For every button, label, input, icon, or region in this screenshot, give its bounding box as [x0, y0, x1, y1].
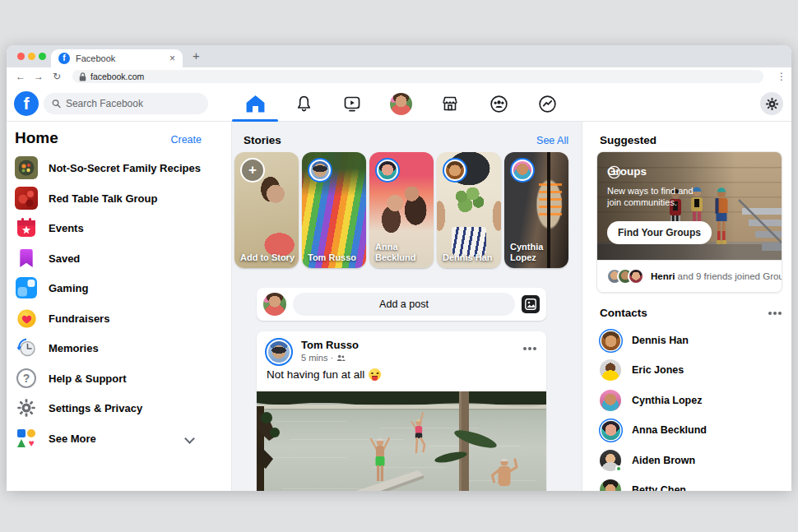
contact-betty-chen[interactable]: Betty Chen [600, 477, 785, 491]
contact-eric-jones[interactable]: Eric Jones [600, 357, 785, 383]
search-input[interactable] [66, 98, 200, 109]
contact-avatar [600, 359, 621, 381]
url-bar[interactable]: facebook.com [72, 70, 763, 83]
zoom-window-button[interactable] [39, 53, 46, 60]
notifications-bell-icon[interactable] [285, 88, 322, 119]
find-your-groups-button[interactable]: Find Your Groups [607, 221, 712, 244]
contacts-title: Contacts [600, 307, 647, 319]
contact-dennis-han[interactable]: Dennis Han [600, 327, 785, 354]
close-tab-icon[interactable]: × [169, 53, 175, 64]
feed-post: Tom Russo 5 mins · Not having fun at all [257, 331, 546, 491]
post-composer: Add a post [257, 288, 546, 321]
question-circle-icon: ? [15, 367, 38, 390]
sidebar-item-see-more[interactable]: ♥ See More [15, 426, 225, 451]
contact-name: Dennis Han [632, 335, 689, 346]
add-story-plus-icon[interactable]: + [240, 158, 265, 183]
contact-cynthia-lopez[interactable]: Cynthia Lopez [600, 387, 785, 414]
avatar [628, 268, 644, 285]
sidebar-item-label: Fundraisers [49, 312, 109, 325]
story-label: Add to Story [240, 252, 295, 263]
suggested-groups-card: Groups New ways to find and join communi… [596, 151, 782, 293]
post-photo-lake-jumpers[interactable] [257, 391, 546, 491]
story-avatar [443, 158, 467, 183]
story-label: Cynthia Lopez [510, 242, 564, 263]
post-more-options-icon[interactable] [528, 347, 531, 350]
forward-icon[interactable]: → [30, 71, 48, 82]
page-title: Home [15, 129, 58, 147]
contact-name: Eric Jones [632, 364, 684, 376]
sidebar-item-recipes-group[interactable]: Not-So-Secret Family Recipes [15, 155, 225, 180]
composer-avatar[interactable] [263, 293, 286, 316]
bookmark-icon [15, 247, 38, 270]
messenger-icon[interactable] [529, 88, 565, 119]
close-window-button[interactable] [17, 53, 25, 60]
browser-window: f Facebook × + ← → ↻ facebook.com ⋮ f [7, 45, 791, 491]
profile-photo [390, 93, 412, 115]
sidebar-item-label: See More [49, 433, 96, 445]
back-icon[interactable]: ← [12, 71, 30, 82]
post-author-avatar[interactable] [265, 338, 293, 366]
sidebar-item-settings-privacy[interactable]: Settings & Privacy [15, 396, 225, 420]
contacts-options-icon[interactable] [773, 312, 777, 315]
lock-icon [79, 72, 86, 81]
groups-icon[interactable] [480, 88, 517, 119]
browser-address-bar: ← → ↻ facebook.com ⋮ [7, 67, 791, 86]
story-card-anna-becklund[interactable]: Anna Becklund [369, 152, 434, 268]
sidebar-item-red-table-group[interactable]: Red Table Talk Group [15, 186, 225, 210]
post-author-name[interactable]: Tom Russo [301, 339, 359, 351]
facebook-logo[interactable]: f [14, 91, 39, 116]
contact-avatar [600, 450, 621, 471]
gear-icon [15, 396, 38, 419]
browser-tab-strip: f Facebook × + [7, 45, 791, 67]
sidebar-item-label: Saved [49, 252, 80, 265]
group-photo-red-table-icon [15, 187, 38, 210]
sidebar-item-gaming[interactable]: Gaming [15, 275, 225, 300]
profile-avatar[interactable] [383, 88, 419, 119]
sidebar-item-events[interactable]: Events [15, 215, 225, 240]
sidebar-item-saved[interactable]: Saved [15, 246, 225, 271]
sidebar-item-label: Memories [49, 342, 99, 354]
reload-icon[interactable]: ↻ [48, 71, 66, 82]
desktop: { "browser": { "tab_title": "Facebook", … [0, 0, 798, 532]
stories-title: Stories [244, 134, 281, 146]
contact-aiden-brown[interactable]: Aiden Brown [600, 447, 785, 474]
search-icon [52, 99, 61, 109]
watch-video-icon[interactable] [334, 88, 370, 119]
contact-avatar [601, 421, 620, 440]
groups-social-proof: Henri and 9 friends joined Groups [597, 260, 782, 292]
story-card-dennis-han[interactable]: Dennis Han [437, 152, 501, 268]
add-post-input[interactable]: Add a post [293, 293, 515, 316]
add-photo-button[interactable] [522, 295, 540, 313]
friend-name[interactable]: Henri [651, 271, 675, 281]
create-link[interactable]: Create [170, 134, 202, 146]
see-all-link[interactable]: See All [536, 135, 568, 146]
post-text: Not having fun at all [267, 368, 381, 381]
post-time: 5 mins · [301, 353, 333, 363]
sidebar-item-label: Settings & Privacy [49, 402, 142, 414]
story-card-tom-russo[interactable]: Tom Russo [302, 152, 366, 268]
contact-avatar [600, 390, 621, 411]
groups-card-photo: Groups New ways to find and join communi… [597, 152, 782, 260]
story-card-cynthia-lopez[interactable]: Cynthia Lopez [504, 152, 568, 268]
shapes-grid-icon: ♥ [15, 427, 38, 450]
story-label: Tom Russo [308, 252, 362, 263]
sidebar-item-label: Not-So-Secret Family Recipes [49, 162, 201, 174]
post-meta: 5 mins · [301, 353, 346, 363]
sidebar-item-memories[interactable]: Memories [15, 335, 225, 360]
heart-circle-icon [15, 307, 38, 330]
new-tab-button[interactable]: + [193, 49, 200, 62]
chevron-down-icon[interactable] [184, 433, 195, 444]
browser-tab-facebook[interactable]: f Facebook × [51, 49, 183, 67]
sidebar-item-help-support[interactable]: ? Help & Support [15, 366, 225, 391]
contact-name: Cynthia Lopez [632, 395, 702, 406]
sidebar-item-fundraisers[interactable]: Fundraisers [15, 306, 225, 331]
marketplace-icon[interactable] [432, 88, 468, 119]
settings-gear-button[interactable] [760, 92, 783, 115]
home-nav-icon[interactable] [237, 88, 273, 119]
contact-anna-becklund[interactable]: Anna Becklund [600, 417, 785, 443]
browser-menu-icon[interactable]: ⋮ [772, 71, 791, 82]
story-card-add[interactable]: + Add to Story [234, 152, 299, 268]
minimize-window-button[interactable] [28, 53, 35, 60]
sidebar-item-label: Red Table Talk Group [49, 192, 157, 205]
search-box[interactable] [44, 93, 208, 114]
